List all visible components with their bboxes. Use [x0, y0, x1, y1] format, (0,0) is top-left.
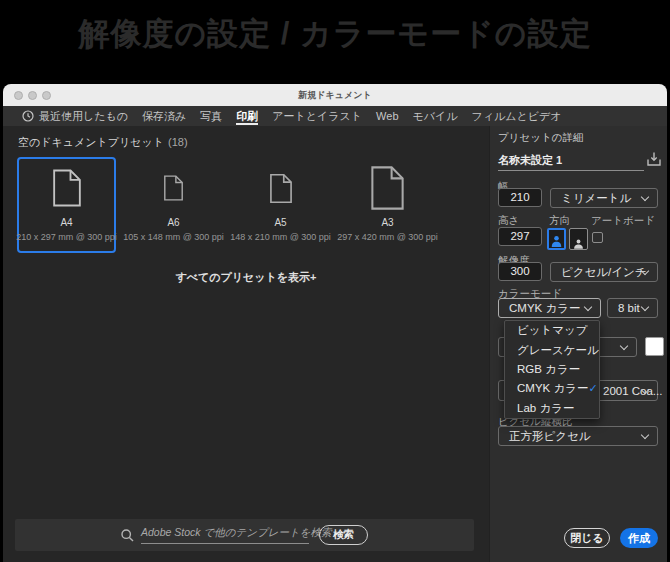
landscape-icon — [572, 238, 585, 249]
save-preset-icon[interactable] — [645, 150, 663, 168]
unit-select[interactable]: ミリメートル — [550, 188, 658, 208]
menu-item-rgb[interactable]: RGB カラー — [505, 360, 599, 379]
preset-dimensions: 210 x 297 mm @ 300 ppi — [16, 232, 117, 242]
portrait-icon — [550, 234, 563, 248]
preset-card-a4[interactable]: A4 210 x 297 mm @ 300 ppi — [17, 157, 116, 253]
height-label: 高さ — [498, 214, 519, 228]
tab-web[interactable]: Web — [369, 106, 405, 126]
preset-card-a5[interactable]: A5 148 x 210 mm @ 300 ppi — [231, 157, 330, 253]
tab-photo[interactable]: 写真 — [193, 106, 229, 126]
preset-name: A6 — [167, 217, 179, 228]
menu-item-cmyk[interactable]: CMYK カラー ✓ — [505, 379, 599, 398]
lesson-banner: 解像度の設定 / カラーモードの設定 — [0, 0, 670, 84]
details-title: プリセットの詳細 — [498, 131, 583, 145]
presets-count: (18) — [168, 136, 188, 148]
window-title: 新規ドキュメント — [3, 84, 667, 106]
document-icon — [371, 163, 404, 213]
height-input[interactable]: 297 — [498, 227, 542, 246]
titlebar: 新規ドキュメント — [3, 84, 667, 106]
search-button[interactable]: 検索 — [319, 525, 368, 545]
tab-print[interactable]: 印刷 — [229, 106, 265, 126]
preset-name: A5 — [274, 217, 286, 228]
preset-card-a3[interactable]: A3 297 x 420 mm @ 300 ppi — [338, 157, 437, 253]
preset-dimensions: 148 x 210 mm @ 300 ppi — [230, 232, 331, 242]
width-input[interactable]: 210 — [498, 188, 542, 207]
document-icon — [164, 174, 183, 202]
tab-art-illustration[interactable]: アートとイラスト — [265, 106, 369, 126]
document-icon — [53, 168, 81, 208]
preset-name: A3 — [381, 217, 393, 228]
chevron-down-icon — [641, 303, 649, 311]
preset-details-pane: プリセットの詳細 名称未設定 1 幅 210 ミリメートル 高さ 方向 アートボ… — [489, 126, 667, 562]
checkmark-icon: ✓ — [588, 382, 597, 395]
menu-item-lab[interactable]: Lab カラー — [505, 399, 599, 418]
preset-card-a6[interactable]: A6 105 x 148 mm @ 300 ppi — [124, 157, 223, 253]
tab-recent[interactable]: 最近使用したもの — [15, 106, 135, 126]
stock-search-input[interactable]: Adobe Stock で他のテンプレートを検索 — [141, 526, 309, 544]
search-placeholder: Adobe Stock で他のテンプレートを検索 — [141, 526, 331, 540]
minimize-window-button[interactable] — [28, 91, 37, 100]
color-mode-menu: ビットマップ グレースケール RGB カラー CMYK カラー ✓ Lab カラ… — [504, 320, 600, 419]
clock-icon — [22, 110, 34, 122]
orientation-landscape-button[interactable] — [569, 228, 588, 250]
tab-film-video[interactable]: フィルムとビデオ — [465, 106, 569, 126]
presets-pane: 空のドキュメントプリセット(18) A4 210 x 297 mm @ 300 … — [3, 126, 489, 562]
close-button[interactable]: 閉じる — [564, 528, 610, 548]
preset-dimensions: 105 x 148 mm @ 300 ppi — [123, 232, 224, 242]
search-icon — [121, 529, 134, 542]
canvas-color-swatch[interactable] — [645, 337, 664, 356]
tab-mobile[interactable]: モバイル — [406, 106, 465, 126]
bit-depth-select[interactable]: 8 bit — [607, 298, 658, 318]
lesson-title: 解像度の設定 / カラーモードの設定 — [0, 13, 670, 55]
chevron-down-icon — [620, 342, 628, 350]
chevron-down-icon — [584, 303, 592, 311]
close-window-button[interactable] — [14, 91, 23, 100]
menu-item-grayscale[interactable]: グレースケール — [505, 340, 599, 359]
orientation-portrait-button[interactable] — [547, 228, 566, 250]
create-button[interactable]: 作成 — [620, 528, 658, 548]
artboard-checkbox[interactable] — [592, 232, 603, 243]
document-name-field[interactable]: 名称未設定 1 — [498, 153, 644, 171]
presets-header: 空のドキュメントプリセット(18) — [18, 135, 188, 150]
chevron-down-icon — [641, 193, 649, 201]
resolution-input[interactable]: 300 — [498, 262, 542, 281]
menu-item-bitmap[interactable]: ビットマップ — [505, 321, 599, 340]
artboard-label: アートボード — [591, 214, 655, 228]
category-tabbar: 最近使用したもの 保存済み 写真 印刷 アートとイラスト Web モバイル フィ… — [3, 106, 667, 126]
orientation-label: 方向 — [549, 214, 570, 228]
document-icon — [270, 173, 292, 204]
stock-search-bar: Adobe Stock で他のテンプレートを検索 検索 — [15, 519, 474, 551]
tab-saved[interactable]: 保存済み — [135, 106, 193, 126]
color-mode-select[interactable]: CMYK カラー — [498, 298, 601, 318]
resolution-unit-select[interactable]: ピクセル/インチ — [550, 262, 658, 282]
pixel-aspect-select[interactable]: 正方形ピクセル — [498, 426, 658, 446]
chevron-down-icon — [641, 431, 649, 439]
preset-dimensions: 297 x 420 mm @ 300 ppi — [337, 232, 438, 242]
zoom-window-button[interactable] — [42, 91, 51, 100]
preset-name: A4 — [60, 217, 72, 228]
show-all-presets-link[interactable]: すべてのプリセットを表示+ — [3, 270, 489, 285]
new-document-dialog: 新規ドキュメント 最近使用したもの 保存済み 写真 印刷 アートとイラスト We… — [3, 84, 667, 562]
